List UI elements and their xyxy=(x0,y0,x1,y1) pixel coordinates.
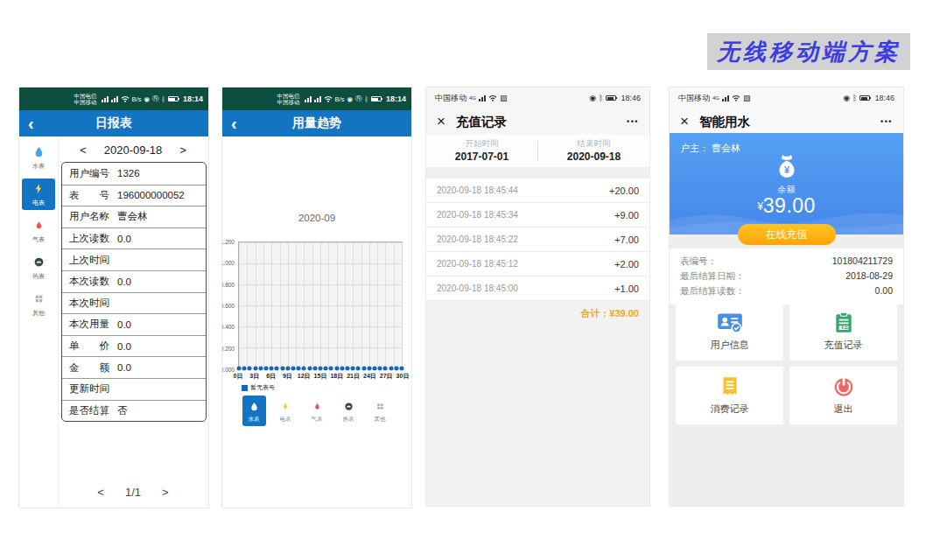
grid-icon xyxy=(33,293,45,304)
function-menu: 用户信息 ¥ 充值记录 消费记录 xyxy=(676,303,897,424)
wifi-icon xyxy=(121,95,130,102)
wifi-icon xyxy=(488,94,497,102)
menu-recharge-records[interactable]: ¥ 充值记录 xyxy=(789,303,897,360)
usage-chart: 1.2001.0000.8000.6000.4000.2000.000 0日3日… xyxy=(222,234,411,410)
meter-type-sidebar: 水表 电表 气表 热表 其他 xyxy=(19,136,59,508)
status-time: 18:14 xyxy=(386,94,406,103)
chart-title: 2020-09 xyxy=(222,213,411,223)
page-header-title: 日报表 xyxy=(19,116,208,131)
network-type: 4G xyxy=(712,95,719,101)
flame-icon xyxy=(312,402,322,411)
date-next-icon[interactable]: > xyxy=(179,144,186,157)
battery-icon xyxy=(168,96,179,102)
currency-symbol: ¥ xyxy=(757,200,763,213)
carrier-label: 中国移动 xyxy=(678,93,710,104)
field-row: 单 价0.0 xyxy=(62,335,206,357)
section-gap xyxy=(426,168,649,178)
signal-icon xyxy=(111,95,118,102)
info-row: 最后结算读数：0.00 xyxy=(680,284,893,298)
close-icon[interactable]: × xyxy=(437,109,445,134)
page-indicator: 1/1 xyxy=(125,486,141,499)
page-title: 无线移动端方案 xyxy=(707,33,910,70)
app-header: ‹ 日报表 xyxy=(19,110,208,136)
tab-other[interactable]: 其他 xyxy=(368,396,392,424)
consumption-record-icon xyxy=(719,375,741,398)
date-navigator: < 2020-09-18 > xyxy=(58,140,208,159)
total-row: 合计： ¥39.00 xyxy=(426,301,649,326)
flame-icon xyxy=(33,220,45,231)
field-row: 表 号196000000052 xyxy=(62,185,206,206)
status-bar: 中国电信 中国移动 B/s ◉ Ⓝ ᛒ 18:14 xyxy=(19,88,208,110)
total-label: 合计： xyxy=(580,307,609,320)
info-row: 表编号：101804211729 xyxy=(680,254,893,269)
sidebar-item-water[interactable]: 水表 xyxy=(22,142,55,173)
field-row: 本次用量0.0 xyxy=(62,313,206,335)
nfc-icon: Ⓝ xyxy=(152,94,159,103)
battery-icon xyxy=(606,95,616,101)
back-icon[interactable]: ‹ xyxy=(231,112,237,135)
heat-meter-icon xyxy=(33,256,45,268)
close-icon[interactable]: × xyxy=(680,109,689,134)
phone-smart-water: 中国移动 4G ▨ ◉ ᛒ 18:46 × 智能用水 ••• 户主： 曹会林 xyxy=(670,88,903,506)
more-icon[interactable]: ••• xyxy=(880,117,893,126)
page-prev-icon[interactable]: < xyxy=(97,486,104,499)
field-row: 用户编号1326 xyxy=(62,163,206,185)
signal-icon xyxy=(722,94,729,102)
chart-plot xyxy=(238,242,403,369)
record-row: 2020-09-18 18:45:22+7.00 xyxy=(426,228,649,252)
eye-mode-icon: ◉ xyxy=(144,95,150,103)
date-value[interactable]: 2020-09-18 xyxy=(104,144,163,157)
nfc-icon: Ⓝ xyxy=(355,94,362,103)
menu-user-info[interactable]: 用户信息 xyxy=(676,303,783,360)
eye-mode-icon: ◉ xyxy=(589,94,596,102)
page-header-title: 智能用水 xyxy=(699,114,750,130)
phone-daily-report: 中国电信 中国移动 B/s ◉ Ⓝ ᛒ 18:14 ‹ 日报表 < 2020-0… xyxy=(19,88,208,508)
field-row: 本次读数0.0 xyxy=(62,270,206,292)
tab-gas[interactable]: 气表 xyxy=(305,396,329,424)
signal-icon xyxy=(102,95,109,102)
page-header-title: 用量趋势 xyxy=(222,116,411,131)
wifi-icon xyxy=(324,95,333,102)
back-icon[interactable]: ‹ xyxy=(28,112,34,135)
sidebar-item-gas[interactable]: 气表 xyxy=(22,215,55,247)
chart-y-axis: 1.2001.0000.8000.6000.4000.2000.000 xyxy=(222,242,235,369)
more-icon[interactable]: ••• xyxy=(627,117,639,126)
signal-icon xyxy=(305,95,312,102)
network-type: 4G xyxy=(469,95,476,101)
sidebar-item-electric[interactable]: 电表 xyxy=(22,178,55,210)
start-date-picker[interactable]: 开始时间 2017-07-01 xyxy=(426,135,537,167)
sidebar-item-other[interactable]: 其他 xyxy=(22,289,55,320)
page-next-icon[interactable]: > xyxy=(162,486,169,499)
lightning-icon xyxy=(33,183,45,194)
tab-electric[interactable]: 电表 xyxy=(274,396,298,424)
field-row: 用户名称曹会林 xyxy=(62,206,206,228)
app-header: × 智能用水 ••• xyxy=(670,108,903,135)
record-row: 2020-09-18 18:45:00+1.00 xyxy=(426,276,649,301)
page-header-title: 充值记录 xyxy=(456,114,507,130)
end-date-picker[interactable]: 结束时间 2020-09-18 xyxy=(538,135,649,167)
network-speed: B/s xyxy=(132,95,142,103)
heat-meter-icon xyxy=(344,402,354,411)
signal-icon xyxy=(479,94,486,102)
wifi-icon xyxy=(732,94,740,102)
tab-water[interactable]: 水表 xyxy=(242,396,266,426)
status-bar: 中国电信 中国移动 B/s ◉ Ⓝ ᛒ 18:14 xyxy=(222,88,411,110)
info-row: 最后结算日期：2018-08-29 xyxy=(680,269,893,284)
date-prev-icon[interactable]: < xyxy=(80,144,87,157)
carrier-labels: 中国电信 中国移动 xyxy=(74,93,97,106)
online-recharge-button[interactable]: 在线充值 xyxy=(738,224,836,245)
svg-text:¥: ¥ xyxy=(841,325,844,330)
sidebar-item-heat[interactable]: 热表 xyxy=(22,252,55,284)
svg-text:¥: ¥ xyxy=(784,164,789,175)
menu-consumption-records[interactable]: 消费记录 xyxy=(676,367,783,424)
tab-heat[interactable]: 热表 xyxy=(337,396,361,424)
carrier-2: 中国移动 xyxy=(74,99,97,106)
status-time: 18:46 xyxy=(874,94,894,102)
record-row: 2020-09-18 18:45:44+20.00 xyxy=(426,178,649,203)
carrier-labels: 中国电信 中国移动 xyxy=(277,93,300,106)
menu-logout[interactable]: 退出 xyxy=(789,367,897,424)
record-list: 2020-09-18 18:45:44+20.00 2020-09-18 18:… xyxy=(426,178,649,301)
grid-icon xyxy=(375,402,385,411)
eye-mode-icon: ◉ xyxy=(843,94,850,102)
legend-swatch xyxy=(242,385,248,391)
